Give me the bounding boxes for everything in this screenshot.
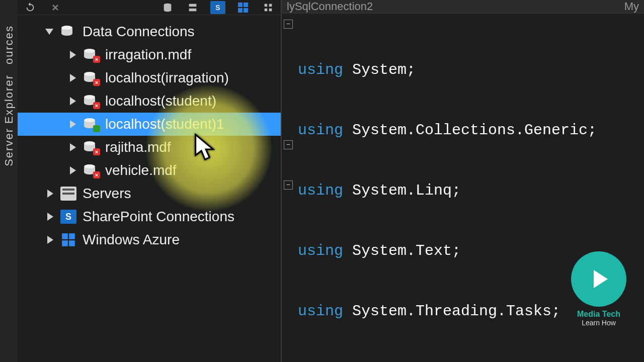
database-error-icon: × [83,48,99,62]
database-error-icon: × [83,94,99,108]
database-error-icon: × [83,71,99,85]
database-error-icon: × [83,163,99,177]
tree-label: vehicle.mdf [105,162,177,178]
windows-azure-icon [60,233,76,247]
code-editor: lySqlConnection2 My − − − using System; … [282,0,644,362]
chevron-right-icon[interactable] [68,50,78,60]
refresh-icon[interactable] [23,1,38,14]
svg-rect-10 [269,8,272,11]
svg-rect-9 [265,8,268,11]
editor-tab-bar: lySqlConnection2 My [282,0,644,14]
tree-label: Windows Azure [83,232,180,248]
tree-label: localhost(student)1 [105,116,224,132]
tree-label: SharePoint Connections [83,209,234,225]
database-ok-icon [83,117,99,131]
tree-node-data-connections[interactable]: Data Connections [18,20,281,43]
tree-label: Data Connections [83,24,195,40]
svg-rect-4 [244,3,248,7]
connect-db-icon[interactable] [160,1,175,14]
tree-node-connection[interactable]: × localhost(irragation) [18,66,281,89]
tree-label: irragation.mdf [105,47,191,63]
tree-label: rajitha.mdf [105,139,171,155]
fold-toggle-icon[interactable]: − [284,20,293,29]
database-icon [60,25,76,39]
sharepoint-icon[interactable]: S [210,1,225,14]
connection-tree: Data Connections × irragation.mdf × loca… [18,15,281,251]
tree-node-servers[interactable]: Servers [18,182,281,205]
tree-node-azure[interactable]: Windows Azure [18,228,281,251]
svg-rect-7 [265,4,268,7]
svg-rect-11 [62,233,68,239]
tree-node-sharepoint[interactable]: S SharePoint Connections [18,205,281,228]
svg-rect-8 [269,4,272,7]
tree-node-connection[interactable]: × vehicle.mdf [18,159,281,182]
chevron-right-icon[interactable] [68,73,78,83]
tree-node-connection-selected[interactable]: localhost(student)1 [18,113,281,136]
server-icon [60,187,76,201]
fold-toggle-icon[interactable]: − [284,180,293,190]
azure-icon[interactable] [235,1,251,14]
editor-tab-right[interactable]: My [624,0,639,13]
chevron-right-icon[interactable] [45,212,55,222]
vertical-tab-server-explorer[interactable]: Server Explorer [3,74,16,166]
tree-label: localhost(irragation) [105,70,229,86]
server-explorer-panel: S Data Connections × irragation.mdf × lo… [18,0,282,362]
tree-label: Servers [83,186,131,202]
vertical-tab-rail: ources Server Explorer [0,0,18,362]
editor-tab[interactable]: lySqlConnection2 [287,0,373,13]
tree-node-connection[interactable]: × localhost(student) [18,89,281,113]
tree-node-connection[interactable]: × irragation.mdf [18,43,281,66]
tree-node-connection[interactable]: × rajitha.mdf [18,136,281,159]
chevron-down-icon[interactable] [45,27,55,37]
tree-label: localhost(student) [105,93,216,109]
svg-rect-13 [62,240,68,246]
fold-gutter: − − − [282,14,295,362]
svg-rect-14 [69,240,75,246]
chevron-right-icon[interactable] [45,235,55,245]
server-explorer-toolbar: S [18,0,281,15]
code-text[interactable]: using System; using System.Collections.G… [295,14,644,362]
stop-icon[interactable] [48,1,63,14]
connect-server-icon[interactable] [185,1,200,14]
database-error-icon: × [83,140,99,154]
svg-rect-5 [238,8,243,13]
svg-rect-1 [189,4,197,7]
sharepoint-icon: S [60,210,76,224]
code-area[interactable]: − − − using System; using System.Collect… [282,14,644,362]
tool-icon[interactable] [261,1,276,14]
chevron-right-icon[interactable] [68,119,78,129]
chevron-right-icon[interactable] [68,142,78,152]
svg-rect-3 [238,3,243,7]
chevron-right-icon[interactable] [45,189,55,199]
chevron-right-icon[interactable] [68,96,78,106]
fold-toggle-icon[interactable]: − [284,140,293,149]
svg-rect-2 [189,8,197,11]
chevron-right-icon[interactable] [68,165,78,175]
vertical-tab-sources[interactable]: ources [3,25,16,64]
svg-rect-12 [69,233,75,239]
svg-rect-6 [244,8,248,13]
